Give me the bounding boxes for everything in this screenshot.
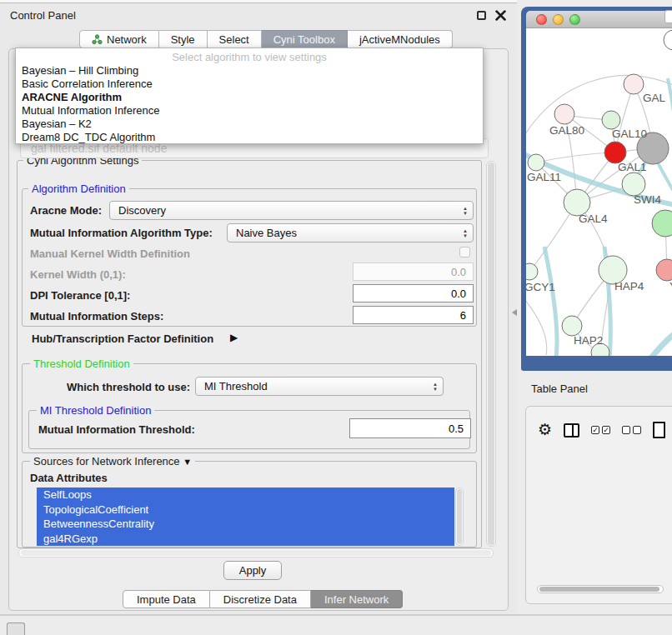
close-icon[interactable] [495,10,506,21]
dpi-tolerance-input[interactable]: 0.0 [353,284,474,302]
table-horizontal-scrollbar[interactable] [537,585,664,593]
mi-steps-label: Mutual Information Steps: [30,310,163,322]
network-node-gal80[interactable] [554,104,574,124]
network-node[interactable] [652,210,672,237]
control-panel-title: Control Panel [10,9,76,22]
attribute-list-scrollbar[interactable] [455,488,464,546]
panel-splitter-arrow[interactable] [512,309,517,316]
docked-panel-button[interactable] [7,622,25,635]
settings-horizontal-scrollbar[interactable] [18,548,494,558]
tab-label: Select [219,33,249,46]
dropdown-item[interactable]: Basic Correlation Inference [16,78,483,91]
tab-select[interactable]: Select [208,30,262,48]
dpi-tolerance-label: DPI Tolerance [0,1]: [30,289,130,302]
attribute-list-item[interactable]: gal4RGexp [37,532,454,547]
network-node-label: GAL10 [612,128,647,140]
tab-network[interactable]: Network [79,30,159,48]
tab-style[interactable]: Style [159,30,208,48]
dropdown-item[interactable]: Bayesian – K2 [16,118,483,131]
network-node-label: HAP4 [614,280,644,292]
minimize-traffic-light-icon[interactable] [553,14,564,25]
settings-vertical-scrollbar[interactable] [486,161,496,547]
aracne-mode-combo[interactable]: Discovery [109,201,474,220]
gear-icon[interactable]: ⚙ [538,422,552,438]
which-threshold-combo[interactable]: MI Threshold [195,377,444,396]
mi-threshold-label: Mutual Information Threshold: [38,423,195,436]
tab-infer-network[interactable]: Infer Network [311,590,403,608]
kernel-width-label: Kernel Width (0,1): [30,268,126,281]
birdseye-view-control[interactable] [664,10,672,23]
dropdown-item[interactable]: Bayesian – Hill Climbing [16,64,483,78]
attribute-list-item[interactable]: TopologicalCoefficient [37,502,454,518]
control-panel-tabs: NetworkStyleSelectCyni ToolboxjActiveMNo… [79,30,453,48]
data-attributes-label: Data Attributes [30,472,108,484]
network-view-window: GALGAL80GAL10GAL1GAL11SWI4GAL4GCY1HAP4YH… [521,7,672,371]
tab-discretize-data[interactable]: Discretize Data [210,590,311,608]
deselect-all-icon[interactable] [622,426,641,434]
hub-definition-label[interactable]: Hub/Transcription Factor Definition [32,332,213,345]
attribute-list-item[interactable]: SelfLoops [37,488,454,502]
table-toolbar: ⚙ ✓✓ [538,419,665,441]
which-threshold-value: MI Threshold [204,380,433,392]
application-window: Control Panel NetworkStyleSelectCyni Too… [0,0,672,635]
manual-kernel-checkbox[interactable] [459,247,470,258]
dropdown-item[interactable]: Mutual Information Inference [16,104,483,118]
which-threshold-label: Which threshold to use: [67,381,190,393]
dropdown-item[interactable]: Dream8 DC_TDC Algorithm [16,131,483,144]
network-node-label: GAL11 [527,171,561,183]
network-canvas[interactable]: GALGAL80GAL10GAL1GAL11SWI4GAL4GCY1HAP4YH… [526,28,672,356]
network-node-label: HAP2 [574,334,603,347]
apply-button[interactable]: Apply [223,561,282,580]
float-window-icon[interactable] [477,11,486,20]
network-node-gal10[interactable] [602,111,620,129]
tab-label: Cyni Toolbox [273,33,335,46]
mi-threshold-legend: MI Threshold Definition [37,404,154,417]
dropdown-item[interactable]: ARACNE Algorithm [16,91,483,104]
mi-steps-input[interactable]: 6 [353,306,474,324]
sources-legend-text: Sources for Network Inference [33,455,180,468]
network-node-label: SWI4 [634,193,661,206]
mi-type-combo[interactable]: Naive Bayes [227,223,474,242]
collapse-down-icon[interactable]: ▼ [183,457,192,467]
network-node-label: GCY1 [526,281,555,293]
tab-impute-data[interactable]: Impute Data [123,590,210,608]
cyni-mode-tabs: Impute DataDiscretize DataInfer Network [123,590,403,608]
network-window-titlebar[interactable] [526,11,672,28]
kernel-width-input[interactable]: 0.0 [353,262,474,281]
dropdown-placeholder: Select algorithm to view settings [16,50,483,64]
table-panel-title: Table Panel [531,382,588,395]
network-node-label: GAL80 [549,124,584,137]
control-panel: Control Panel NetworkStyleSelectCyni Too… [0,0,517,614]
tab-cyni-toolbox[interactable]: Cyni Toolbox [262,30,348,48]
network-node[interactable] [664,30,672,50]
mi-type-value: Naive Bayes [236,227,463,239]
column-layout-icon[interactable] [564,423,579,438]
network-node-swi4[interactable] [622,172,645,196]
data-attributes-list[interactable]: SelfLoopsTopologicalCoefficientBetweenne… [37,488,454,546]
tab-label: jActiveMNodules [359,33,440,46]
document-icon[interactable] [653,422,665,438]
panel-top-border [0,0,517,3]
network-node-y[interactable] [656,259,672,281]
attribute-list-item[interactable]: BetweennessCentrality [37,517,454,532]
threshold-definition-legend: Threshold Definition [30,358,133,370]
tab-jactivemnodules[interactable]: jActiveMNodules [348,30,453,48]
network-node-gcy1[interactable] [526,263,538,280]
tab-label: Network [107,33,147,46]
network-node-gal[interactable] [624,74,644,94]
aracne-mode-label: Aracne Mode: [30,204,102,217]
mi-threshold-input[interactable]: 0.5 [349,418,471,438]
expand-right-icon[interactable]: ▶ [230,332,238,343]
network-node-hap2[interactable] [562,316,582,336]
aracne-mode-value: Discovery [118,204,463,217]
combo-stepper-icon [463,206,468,216]
combo-stepper-icon [433,382,438,392]
algorithm-definition-legend: Algorithm Definition [28,182,129,195]
bottom-divider [0,614,672,616]
manual-kernel-label: Manual Kernel Width Definition [30,248,190,260]
select-all-icon[interactable]: ✓✓ [591,426,610,434]
sources-legend: Sources for Network Inference ▼ [30,455,195,468]
zoom-traffic-light-icon[interactable] [569,14,580,25]
network-node-gal11[interactable] [528,154,544,171]
close-traffic-light-icon[interactable] [536,14,547,25]
